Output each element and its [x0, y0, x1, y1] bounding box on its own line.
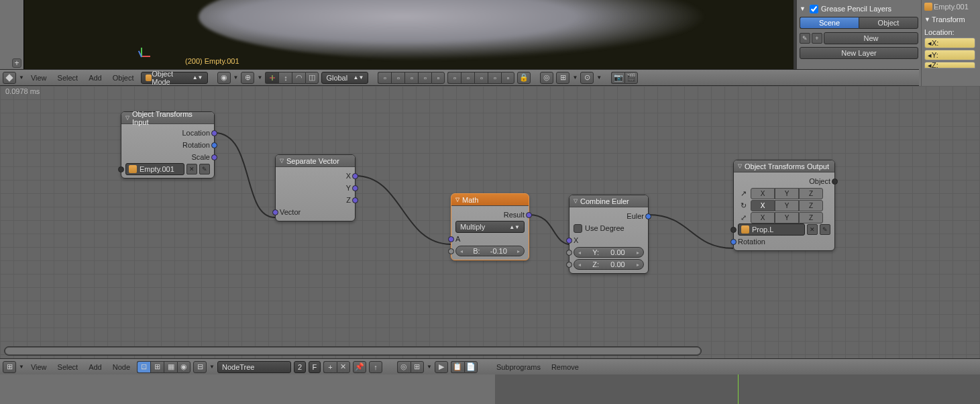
object-tab[interactable]: Object — [859, 17, 918, 29]
playhead[interactable] — [738, 374, 739, 404]
node-header[interactable]: ▽Combine Euler — [569, 195, 648, 207]
node-header[interactable]: ▽Separate Vector — [276, 155, 355, 167]
timeline[interactable] — [0, 374, 980, 404]
snap-target-icon[interactable]: ⊙ — [580, 72, 594, 84]
select-menu[interactable]: Select — [54, 72, 83, 84]
layer-button[interactable]: ▫ — [474, 72, 488, 84]
render-icon[interactable]: 📷 — [611, 72, 624, 84]
clear-icon[interactable]: ✕ — [186, 164, 197, 174]
copy-icon[interactable]: 📋 — [451, 361, 464, 373]
tool-shelf[interactable]: + — [0, 0, 24, 69]
node-combine-euler[interactable]: ▽Combine Euler Euler Use Degree X ◂Y:0.0… — [569, 195, 649, 274]
view-menu[interactable]: View — [27, 361, 51, 373]
new-button[interactable]: New — [824, 32, 918, 44]
object-menu[interactable]: Object — [109, 72, 138, 84]
layer-button[interactable]: ▫ — [447, 72, 461, 84]
editor-type-icon[interactable]: ⊞ — [3, 361, 16, 373]
rotate-manipulator-icon[interactable]: ◠ — [292, 72, 305, 84]
node-separate-vector[interactable]: ▽Separate Vector X Y Z Vector — [275, 154, 356, 221]
shading-icon[interactable]: ◉ — [217, 72, 231, 84]
mode-dropdown[interactable]: Object Mode ▲▼ — [141, 72, 208, 84]
grease-pencil-checkbox[interactable] — [810, 5, 818, 13]
scale-x-toggle[interactable]: X — [751, 212, 775, 223]
orientation-dropdown[interactable]: Global▲▼ — [321, 72, 368, 84]
scale-manipulator-icon[interactable]: ◫ — [305, 72, 319, 84]
node-math[interactable]: ▽Math Result Multiply▲▼ A ◂B:-0.10▸ — [451, 193, 529, 260]
snap-type-icon[interactable]: ⊞ — [411, 361, 424, 373]
add-menu[interactable]: Add — [85, 361, 106, 373]
checkbox-icon[interactable] — [574, 224, 582, 233]
pivot-icon[interactable]: ⊕ — [241, 72, 254, 84]
node-menu[interactable]: Node — [109, 361, 134, 373]
new-layer-button[interactable]: New Layer — [800, 47, 918, 59]
layer-button[interactable]: ▫ — [501, 72, 514, 84]
input-y-field[interactable]: ◂Y:0.00▸ — [574, 247, 644, 258]
location-z-field[interactable]: ◂Z: — [924, 62, 975, 68]
node-object-transforms-input[interactable]: ▽Object Transforms Input Location Rotati… — [121, 111, 215, 179]
users-count[interactable]: 2 — [294, 361, 306, 373]
nodetree-name-field[interactable]: NodeTree — [217, 361, 291, 373]
object-breadcrumb[interactable]: Empty.001 — [934, 3, 969, 11]
add-menu[interactable]: Add — [85, 72, 106, 84]
node-header[interactable]: ▽Math — [451, 194, 529, 206]
view-menu[interactable]: View — [27, 72, 51, 84]
browse-nodetree-icon[interactable]: ⊟ — [193, 361, 207, 373]
loc-y-toggle[interactable]: Y — [775, 188, 799, 199]
snap-icon[interactable]: ◎ — [540, 72, 553, 84]
node-editor[interactable]: 0.0978 ms ▽Object Transforms Input Locat… — [0, 86, 980, 358]
pin-icon[interactable]: 📌 — [353, 361, 366, 373]
transform-header[interactable]: ▼ Transform — [924, 13, 977, 26]
remove-menu[interactable]: Remove — [547, 361, 583, 373]
unlink-tree-icon[interactable]: ✕ — [337, 361, 350, 373]
input-b-field[interactable]: ◂B:-0.10▸ — [455, 246, 525, 256]
clear-icon[interactable]: ✕ — [807, 224, 818, 235]
layer-button[interactable]: ▫ — [391, 72, 404, 84]
subprograms-menu[interactable]: Subprograms — [492, 361, 545, 373]
snap-type-icon[interactable]: ⊞ — [556, 72, 569, 84]
brush-icon[interactable]: ✎ — [800, 33, 810, 44]
layer-button[interactable]: ▫ — [378, 72, 391, 84]
loc-x-toggle[interactable]: X — [751, 188, 775, 199]
scene-tab[interactable]: Scene — [800, 17, 859, 29]
rot-x-toggle[interactable]: X — [751, 200, 775, 211]
add-icon[interactable]: + — [812, 33, 822, 44]
eyedropper-icon[interactable]: ✎ — [820, 224, 830, 235]
render-anim-icon[interactable]: 🎬 — [624, 72, 638, 84]
object-field[interactable]: Empty.001 — [125, 163, 184, 175]
translate-manipulator-icon[interactable]: ↕ — [278, 72, 292, 84]
tree-type-icon[interactable]: ◉ — [177, 361, 190, 373]
snap-icon[interactable]: ◎ — [397, 361, 411, 373]
layer-button[interactable]: ▫ — [461, 72, 474, 84]
node-object-transforms-output[interactable]: ▽Object Transforms Output Object ↗ X Y Z… — [733, 160, 835, 251]
layer-button[interactable]: ▫ — [488, 72, 501, 84]
paste-icon[interactable]: 📄 — [464, 361, 478, 373]
go-parent-icon[interactable]: ↑ — [369, 361, 382, 373]
scale-z-toggle[interactable]: Z — [799, 212, 823, 223]
node-header[interactable]: ▽Object Transforms Input — [121, 112, 214, 124]
rot-y-toggle[interactable]: Y — [775, 200, 799, 211]
layer-button[interactable]: ▫ — [431, 72, 445, 84]
select-menu[interactable]: Select — [54, 361, 83, 373]
add-tree-icon[interactable]: + — [323, 361, 337, 373]
auto-execution-icon[interactable]: ▶ — [435, 361, 448, 373]
tree-type-icon[interactable]: ▦ — [164, 361, 177, 373]
use-degree-row[interactable]: Use Degree — [574, 222, 644, 234]
location-y-field[interactable]: ◂Y: — [924, 50, 975, 60]
horizontal-scrollbar[interactable] — [4, 346, 702, 356]
loc-z-toggle[interactable]: Z — [799, 188, 823, 199]
lock-camera-icon[interactable]: 🔒 — [517, 72, 531, 84]
layer-button[interactable]: ▫ — [418, 72, 431, 84]
3d-viewport[interactable]: (200) Empty.001 — [24, 0, 794, 69]
grease-pencil-panel-header[interactable]: ▼ Grease Pencil Layers — [800, 3, 918, 15]
node-header[interactable]: ▽Object Transforms Output — [734, 160, 834, 172]
rot-z-toggle[interactable]: Z — [799, 200, 823, 211]
tree-type-icon[interactable]: ⊡ — [137, 361, 150, 373]
tree-type-icon[interactable]: ⊞ — [150, 361, 164, 373]
eyedropper-icon[interactable]: ✎ — [199, 164, 210, 174]
expand-toolshelf-icon[interactable]: + — [12, 58, 21, 68]
scale-y-toggle[interactable]: Y — [775, 212, 799, 223]
target-object-field[interactable]: Prop.L — [738, 223, 805, 236]
fake-user-toggle[interactable]: F — [309, 361, 321, 373]
input-z-field[interactable]: ◂Z:0.00▸ — [574, 259, 644, 270]
location-x-field[interactable]: ◂X: — [924, 38, 975, 48]
